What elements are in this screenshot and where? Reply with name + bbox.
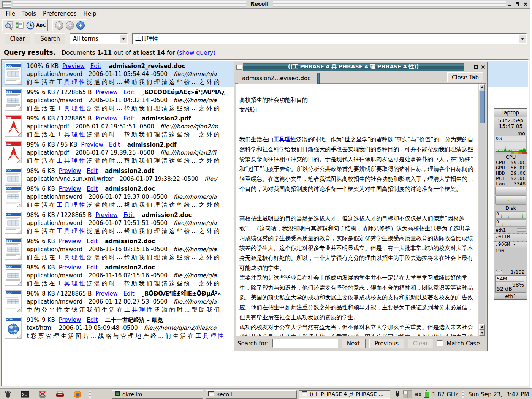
preview-link[interactable]: Preview [59,264,81,271]
terminal-icon[interactable] [21,390,30,399]
edit-link[interactable]: Edit [124,212,135,218]
search-query-input[interactable]: 工具理性 [132,33,527,44]
cpu-chart-label: 0% [496,136,502,141]
html-file-icon: HTML [5,317,22,339]
window-menu-icon[interactable] [235,63,243,71]
gnome-foot-icon[interactable] [3,390,12,399]
back-icon[interactable] [65,21,75,30]
disk-write-chart[interactable]: 0 [495,219,526,227]
taskbar-clock[interactable]: Sun Sep 23, 3:47 PM [468,391,529,398]
maximize-icon[interactable] [473,64,478,70]
close-icon[interactable] [523,2,528,7]
scrollbar-thumb[interactable] [479,90,485,123]
mail-row[interactable]: 1/192 [494,269,527,275]
preview-link[interactable]: Preview [81,141,103,148]
term-explorer-icon[interactable]: ÅBĈ [36,21,46,30]
firefox-icon[interactable] [73,390,82,399]
task-button-1[interactable]: gkrellm [112,390,203,399]
edit-link[interactable]: Edit [90,63,101,70]
clock-panel[interactable]: Sun23Sep 15:47 05 [494,117,527,130]
preview-link[interactable]: Preview [62,63,84,70]
match-case-checkbox[interactable] [437,340,443,346]
fan-meter[interactable] [495,196,526,205]
close-tab-button[interactable]: Close Tab [447,72,483,82]
edit-link[interactable]: Edit [87,238,98,245]
preview-window-title: ((工 PHRASE 4 具 PHRASE 4 理 PHRASE 4 性)) [243,63,464,71]
scroll-up-icon[interactable] [479,84,485,90]
edit-link[interactable]: Edit [109,141,120,148]
edit-link[interactable]: Edit [124,290,135,297]
net-iface-row[interactable]: eth1 [494,227,527,233]
preview-title-bar[interactable]: ((工 PHRASE 4 具 PHRASE 4 理 PHRASE 4 性)) [235,63,486,71]
preview-link[interactable]: Preview [59,238,81,245]
preview-tab[interactable]: admission2...evised.doc [238,73,317,84]
file-size: 6 KB [42,264,55,271]
close-icon[interactable] [480,64,486,70]
sort-doc-icon[interactable] [14,21,25,30]
menu-tools[interactable]: Tools [19,10,40,18]
history-clock-icon[interactable] [25,21,36,30]
forward-icon[interactable] [75,21,86,30]
task-button-3[interactable]: ((工 PHRASE 4 具 PHRASE ... [299,390,390,399]
preview-link[interactable]: Preview [59,168,81,174]
preview-scrollbar[interactable] [479,84,485,336]
cpu-section-label[interactable]: CPU [494,154,527,160]
result-title: admission2.pdf [127,141,177,148]
find-next-button[interactable]: Next [342,339,366,348]
hostname[interactable]: laptop [494,109,527,117]
preview-link[interactable]: Preview [95,212,117,218]
preview-link[interactable]: Preview [95,89,117,96]
taskbar-handle[interactable] [462,391,464,398]
back-icon[interactable] [54,21,65,30]
scroll-up-icon[interactable] [479,324,485,330]
result-title: ¸ßÐ£ÕÐÉúµÄÉç»á¹¦ÄÜºÍÄ¿ [142,89,225,96]
sensor-label: PCI [496,176,505,181]
preview-link[interactable]: Preview [95,115,117,122]
find-previous-button[interactable]: Previous [369,339,404,348]
menu-help[interactable]: Help [80,10,100,18]
search-mode-select[interactable]: All terms [70,33,128,44]
plug-icon[interactable] [395,391,400,398]
minimize-icon[interactable] [466,64,471,70]
search-button[interactable]: Search [35,33,65,44]
find-clear-button[interactable]: Clear [408,339,433,348]
minimize-icon[interactable] [507,2,512,7]
preview-text-area[interactable]: 高校招生的社会功能和目的 文/钱江 我们生活在□工具理性泛滥的时代。作为“世之显… [236,84,478,336]
volume-icon[interactable] [415,391,421,397]
menu-file[interactable]: File [2,10,19,18]
disk-section-label[interactable]: Disk [494,205,527,211]
clear-search-icon[interactable] [4,21,14,30]
snippet-highlight: 工 具 理 性 [57,201,85,208]
results-middle: out of at least [114,49,155,56]
disk-read-chart[interactable]: 0 [495,211,526,219]
edit-link[interactable]: Edit [87,264,98,271]
battery-icon[interactable] [424,391,429,398]
restore-icon[interactable] [515,2,520,7]
menu-preferences[interactable]: Preferences [40,10,80,18]
preview-link[interactable]: Preview [95,290,117,297]
edit-link[interactable]: Edit [87,168,98,174]
window-menu-icon[interactable] [2,1,11,8]
fan-meter[interactable] [495,187,526,196]
find-input[interactable] [272,339,338,348]
edit-link[interactable]: Edit [124,89,135,96]
lock-screen-icon[interactable] [38,390,47,399]
gkrellm-footer[interactable]: eth1 [494,293,527,299]
memory-panel[interactable]: 54M 98% 52 dB [495,276,526,293]
cpu-chart[interactable]: 0% [495,136,527,152]
edit-link[interactable]: Edit [124,115,135,122]
title-bar[interactable]: Recoll [0,0,530,9]
scroll-down-icon[interactable] [479,330,485,336]
preview-link[interactable]: Preview [59,185,81,192]
edit-link[interactable]: Edit [87,185,98,192]
preview-link[interactable]: Preview [59,317,81,323]
sensor-label: HDD [496,171,505,176]
task-button-2[interactable]: Recoll [206,390,297,399]
chevron-down-icon[interactable] [519,34,526,43]
show-query-link[interactable]: (show query) [177,49,215,56]
chevron-down-icon[interactable] [120,34,127,43]
workspace-pager[interactable] [403,390,412,398]
edit-link[interactable]: Edit [87,317,98,323]
clear-button[interactable]: Clear [5,33,30,44]
typewriter-icon[interactable] [55,390,65,399]
